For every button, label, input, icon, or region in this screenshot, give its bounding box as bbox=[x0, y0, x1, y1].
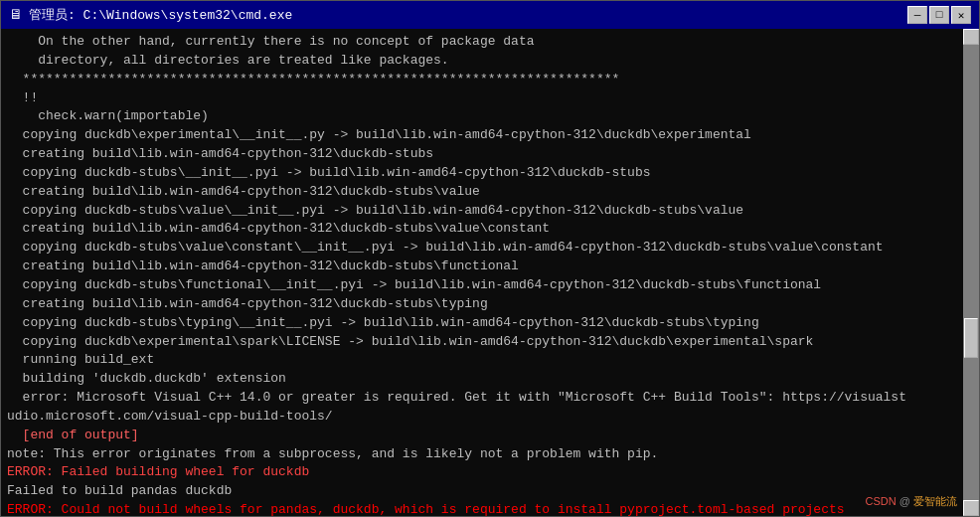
console-line-20: error: Microsoft Visual C++ 14.0 or grea… bbox=[7, 389, 973, 408]
console-line-21: udio.microsoft.com/visual-cpp-build-tool… bbox=[7, 408, 973, 427]
console-line-13: creating build\lib.win-amd64-cpython-312… bbox=[7, 258, 973, 276]
scrollbar[interactable]: ▲ ▼ bbox=[963, 29, 979, 516]
console-line-25: ERROR: Failed building wheel for duckdb bbox=[7, 463, 973, 482]
scroll-up-button[interactable]: ▲ bbox=[963, 29, 979, 45]
console-line-7: creating build\lib.win-amd64-cpython-312… bbox=[7, 145, 973, 164]
scroll-down-button[interactable]: ▼ bbox=[963, 500, 979, 516]
console-line-27: ERROR: Could not build wheels for pandas… bbox=[7, 501, 973, 516]
title-bar: 🖥 管理员: C:\Windows\system32\cmd.exe — □ ✕ bbox=[1, 1, 979, 29]
minimize-button[interactable]: — bbox=[907, 6, 927, 24]
console-line-9: creating build\lib.win-amd64-cpython-312… bbox=[7, 183, 973, 202]
console-line-11: creating build\lib.win-amd64-cpython-312… bbox=[7, 220, 973, 239]
console-line-0: On the other hand, currently there is no… bbox=[7, 33, 973, 52]
console-line-8: copying duckdb-stubs\__init__.pyi -> bui… bbox=[7, 164, 973, 183]
maximize-button[interactable]: □ bbox=[929, 6, 949, 24]
cmd-icon: 🖥 bbox=[9, 7, 23, 23]
watermark-at: @ bbox=[899, 495, 910, 507]
console-line-17: copying duckdb\experimental\spark\LICENS… bbox=[7, 333, 973, 352]
cmd-window: 🖥 管理员: C:\Windows\system32\cmd.exe — □ ✕… bbox=[0, 0, 980, 517]
console-line-24: note: This error originates from a subpr… bbox=[7, 445, 973, 464]
console-lines: On the other hand, currently there is no… bbox=[7, 33, 973, 516]
window-title: 管理员: C:\Windows\system32\cmd.exe bbox=[29, 6, 292, 24]
console-line-6: copying duckdb\experimental\__init__.py … bbox=[7, 126, 973, 145]
console-line-16: copying duckdb-stubs\typing\__init__.pyi… bbox=[7, 314, 973, 333]
console-line-15: creating build\lib.win-amd64-cpython-312… bbox=[7, 295, 973, 314]
console-line-1: directory, all directories are treated l… bbox=[7, 52, 973, 71]
console-line-2: ****************************************… bbox=[7, 71, 973, 89]
console-line-26: Failed to build pandas duckdb bbox=[7, 482, 973, 501]
console-output: On the other hand, currently there is no… bbox=[1, 29, 979, 516]
console-line-22: [end of output] bbox=[7, 427, 973, 445]
console-line-4: !! bbox=[7, 89, 973, 108]
console-line-12: copying duckdb-stubs\value\constant\__in… bbox=[7, 239, 973, 258]
title-bar-controls: — □ ✕ bbox=[907, 6, 971, 24]
watermark-csdn: CSDN bbox=[866, 495, 897, 507]
console-line-5: check.warn(importable) bbox=[7, 107, 973, 126]
scrollbar-track[interactable] bbox=[963, 45, 979, 500]
close-button[interactable]: ✕ bbox=[951, 6, 971, 24]
console-line-19: building 'duckdb.duckdb' extension bbox=[7, 370, 973, 389]
scrollbar-thumb[interactable] bbox=[964, 318, 978, 358]
console-line-14: copying duckdb-stubs\functional\__init__… bbox=[7, 276, 973, 295]
title-bar-left: 🖥 管理员: C:\Windows\system32\cmd.exe bbox=[9, 6, 292, 24]
console-line-10: copying duckdb-stubs\value\__init__.pyi … bbox=[7, 202, 973, 221]
console-line-18: running build_ext bbox=[7, 351, 973, 370]
watermark-user: 爱智能流 bbox=[913, 495, 957, 507]
watermark: CSDN @ 爱智能流 bbox=[866, 494, 957, 510]
